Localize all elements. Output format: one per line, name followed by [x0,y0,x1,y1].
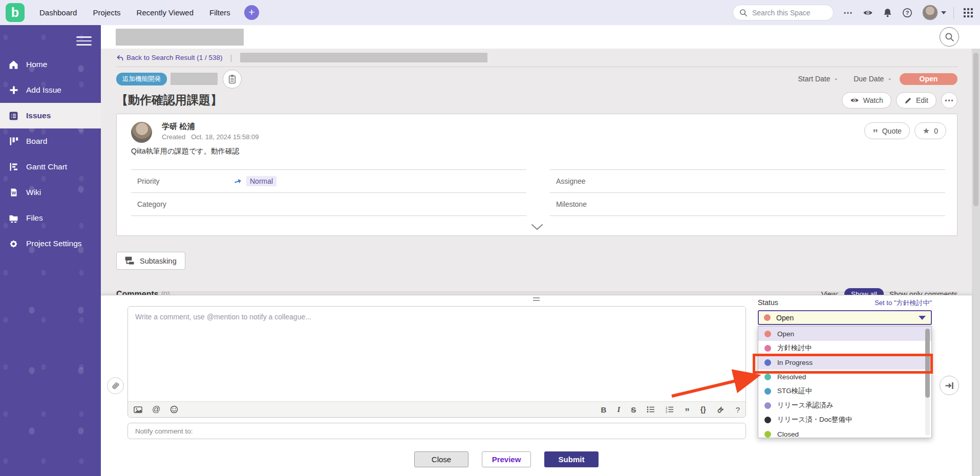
mention-icon[interactable]: @ [152,405,160,414]
author-name[interactable]: 学研 松浦 [162,122,195,132]
watching-eye-icon[interactable] [863,8,873,18]
preview-button[interactable]: Preview [482,451,531,467]
status-badge[interactable]: Open [900,73,957,85]
issue-key-redacted [171,73,218,85]
status-option-label: In Progress [777,359,813,366]
status-option-closed[interactable]: Closed [758,427,931,438]
collapse-status-panel-button[interactable] [940,376,959,395]
clipboard-icon [228,74,237,84]
global-add-button[interactable]: + [244,5,259,20]
copy-issue-key-button[interactable] [223,70,242,89]
sidebar-item-files[interactable]: Files [0,205,101,231]
page-scrollbar-thumb[interactable] [973,53,978,206]
backlog-logo[interactable]: b [6,3,25,22]
submit-button[interactable]: Submit [544,451,599,467]
issue-meta-row: 追加機能開発 Start Date - Due Date - Open [116,71,957,86]
blockquote-icon[interactable]: ” [685,410,690,414]
pencil-icon [904,97,912,104]
collapse-sidebar-icon[interactable] [76,34,92,48]
issue-actions: Watch Edit ⋯ [842,92,957,109]
space-search[interactable] [733,5,834,20]
main-content: Back to Search Result (1 / 538) | 追加機能開発… [101,25,980,476]
status-label: Status [758,298,778,307]
comment-textarea[interactable] [128,307,745,401]
dates-group: Start Date - Due Date - Open [798,73,957,85]
edit-label: Edit [916,96,928,104]
search-input[interactable] [752,9,824,17]
sidebar-item-gantt[interactable]: Gantt Chart [0,154,101,180]
dropdown-scrollbar-thumb[interactable] [925,329,930,398]
markdown-help-icon[interactable]: ? [736,405,740,414]
user-menu-caret-icon[interactable] [941,11,946,14]
more-actions-button[interactable]: ⋯ [941,92,957,109]
star-icon: ★ [923,126,930,136]
status-option-label: リリース承認済み [777,401,833,410]
board-icon [9,137,18,146]
star-button[interactable]: ★ 0 [914,122,946,139]
due-date-value[interactable]: - [888,75,891,83]
link-icon[interactable] [717,405,725,414]
breadcrumb: Back to Search Result (1 / 538) | [116,53,487,62]
sidebar-item-issues[interactable]: Issues [0,103,101,128]
panel-resize-handle[interactable] [533,297,540,301]
nav-projects[interactable]: Projects [93,8,120,17]
close-button[interactable]: Close [414,451,468,467]
numbered-list-icon[interactable]: 123 [666,406,674,413]
sidebar-item-project-settings[interactable]: Project Settings [0,231,101,256]
apps-grid-icon[interactable] [964,8,973,17]
code-icon[interactable]: {} [700,405,706,414]
strikethrough-icon[interactable]: S [631,405,636,414]
status-option-stg-verify[interactable]: STG検証中 [758,384,931,398]
quote-button[interactable]: ” Quote [864,122,910,139]
back-to-search-link[interactable]: Back to Search Result (1 / 538) [116,54,223,61]
sidebar-item-board[interactable]: Board [0,128,101,154]
issue-type-badge[interactable]: 追加機能開発 [116,73,167,85]
issue-search-button[interactable] [940,27,959,47]
status-select[interactable]: Open [758,310,932,325]
svg-text:?: ? [906,10,909,16]
notifications-bell-icon[interactable] [883,8,892,18]
created-label: Created [162,133,185,141]
arrow-to-bar-icon [945,381,954,390]
status-option-released-doc[interactable]: リリース済・Doc整備中 [758,413,931,427]
status-dropdown: Open 方針検討中 In Progress Resolved STG検証中 リ… [758,326,932,438]
watch-button[interactable]: Watch [842,92,891,109]
status-option-resolved[interactable]: Resolved [758,370,931,384]
created-timestamp: Oct. 18, 2024 15:58:09 [191,133,259,141]
status-option-open[interactable]: Open [758,327,931,341]
user-avatar[interactable] [922,5,938,20]
dropdown-scrollbar[interactable] [925,329,930,436]
emoji-icon[interactable] [170,405,178,414]
priority-value[interactable]: Normal [246,176,276,186]
page-scrollbar[interactable] [972,49,980,476]
status-dot [764,402,771,409]
status-option-release-approved[interactable]: リリース承認済み [758,398,931,413]
start-date-value[interactable]: - [835,75,838,83]
sidebar-item-label: Add Issue [26,85,61,95]
subtasking-button[interactable]: Subtasking [116,252,185,270]
bold-icon[interactable]: B [601,405,607,414]
status-option-in-progress[interactable]: In Progress [758,355,931,370]
sidebar-item-add-issue[interactable]: Add Issue [0,77,101,103]
due-date-label: Due Date [854,75,884,83]
nav-filters[interactable]: Filters [209,8,230,17]
set-to-status-link[interactable]: Set to "方針検討中" [875,298,932,308]
sidebar-item-label: Issues [26,111,51,120]
insert-image-icon[interactable] [134,406,142,414]
status-option-policy-review[interactable]: 方針検討中 [758,341,931,355]
notify-comment-input[interactable] [127,423,746,439]
nav-dashboard[interactable]: Dashboard [39,8,77,17]
sidebar-item-wiki[interactable]: W Wiki [0,180,101,205]
sidebar-item-home[interactable]: Home [0,52,101,77]
bullet-list-icon[interactable] [647,406,655,413]
assignee-label: Assignee [556,177,652,185]
nav-recently-viewed[interactable]: Recently Viewed [137,8,194,17]
author-avatar[interactable] [131,122,152,143]
italic-icon[interactable]: I [617,405,620,414]
attach-file-button[interactable] [107,377,124,394]
edit-button[interactable]: Edit [896,92,936,109]
expand-details-chevron-icon[interactable] [530,224,544,233]
help-icon[interactable]: ? [902,8,912,18]
more-menu-icon[interactable]: ⋯ [843,7,853,18]
svg-text:W: W [11,190,16,196]
